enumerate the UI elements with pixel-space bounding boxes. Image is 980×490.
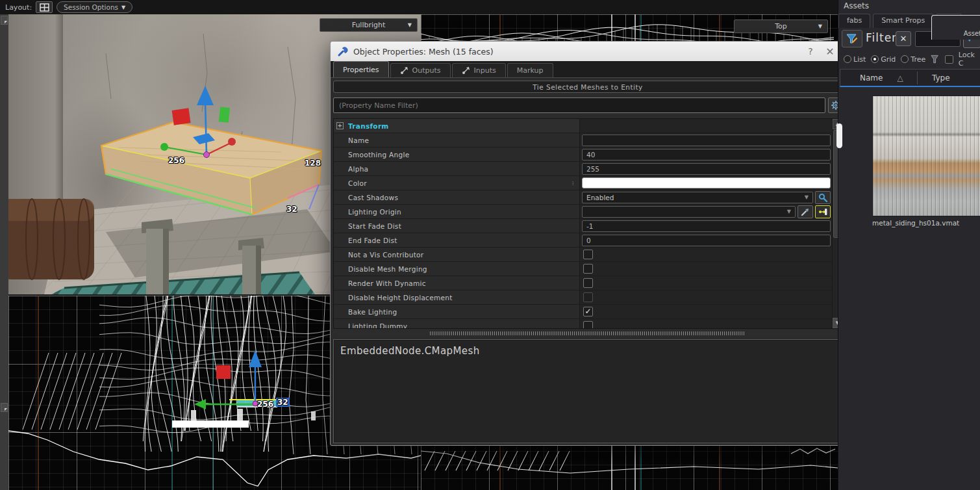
property-label: End Fade Dist — [334, 233, 580, 247]
section-label: +Transform — [334, 119, 580, 133]
property-value — [580, 290, 833, 304]
property-row-start-fade-dist: Start Fade Dist-1 — [334, 219, 833, 233]
radio-list[interactable] — [844, 55, 851, 63]
session-options-button[interactable]: Session Options ▼ — [57, 1, 132, 13]
value-field[interactable]: 255 — [582, 163, 831, 175]
tab-markup[interactable]: Markup — [507, 63, 553, 77]
radio-grid[interactable] — [871, 55, 879, 63]
filter-funnel-icon[interactable] — [842, 30, 862, 47]
property-row-disable-height-displacement: Disable Height Displacement — [334, 290, 833, 305]
assets-tab-smart-props[interactable]: Smart Props — [873, 14, 933, 28]
property-grid: +TransformNameSmoothing Angle40Alpha255C… — [333, 118, 842, 329]
tab-outputs[interactable]: Outputs — [390, 63, 451, 77]
property-label: Smoothing Angle — [334, 148, 580, 161]
assets-view-modes: ListGridTree Lock C — [838, 52, 980, 66]
property-label: Render With Dynamic — [334, 276, 580, 290]
dimension-label-height: 32 — [286, 205, 297, 214]
close-icon[interactable]: ✕ — [823, 45, 837, 58]
checkbox[interactable] — [583, 250, 593, 259]
class-info-box[interactable]: EmbeddedNode.CMapMesh — [333, 339, 842, 443]
assets-scrollbar-thumb[interactable] — [836, 123, 842, 148]
object-properties-dialog: Object Properties: Mesh (15 faces) ? ✕ P… — [330, 41, 844, 446]
eyedropper-icon — [800, 207, 810, 217]
property-label: Lighting Origin — [334, 205, 580, 218]
tab-properties[interactable]: Properties — [333, 61, 389, 77]
view-mode-list[interactable]: List — [844, 55, 866, 64]
filter-clear-icon[interactable]: ✕ — [896, 31, 911, 46]
value-field[interactable]: 0 — [582, 235, 831, 246]
asset-name-label: metal_siding_hs01a.vmat — [872, 219, 959, 227]
class-name: EmbeddedNode.CMapMesh — [340, 345, 480, 357]
property-label: Start Fade Dist — [334, 219, 580, 233]
view-mode-tree[interactable]: Tree — [901, 55, 925, 64]
property-row-render-with-dynamic: Render With Dynamic — [334, 276, 833, 290]
layout-grid-icon[interactable] — [36, 1, 53, 13]
dialog-tabbar: PropertiesOutputsInputsMarkup — [331, 61, 844, 78]
search-button[interactable] — [815, 191, 831, 204]
value-dropdown[interactable]: Enabled▼ — [582, 192, 813, 203]
property-value: ✓ — [580, 305, 833, 318]
checkbox[interactable] — [583, 321, 593, 329]
property-label: Name — [334, 133, 580, 147]
property-grid-hscrollbar[interactable] — [333, 330, 842, 337]
value-field[interactable] — [582, 135, 831, 146]
collapse-panel-button-top[interactable] — [1, 16, 8, 25]
mini-funnel-icon[interactable] — [931, 55, 938, 64]
value-field[interactable]: 40 — [582, 149, 831, 161]
view-mode-grid[interactable]: Grid — [871, 55, 896, 64]
property-filter-input[interactable] — [333, 97, 825, 113]
help-icon[interactable]: ? — [803, 46, 818, 57]
property-label: Cast Shadows — [334, 190, 580, 204]
wrench-icon — [337, 46, 348, 57]
property-value — [580, 276, 833, 290]
radio-tree[interactable] — [901, 55, 909, 63]
property-row-smoothing-angle: Smoothing Angle40 — [334, 148, 833, 162]
property-label: Disable Height Displacement — [334, 290, 580, 304]
view-mode-dropdown[interactable]: Top ▼ — [734, 19, 828, 33]
assets-tab-fabs[interactable]: fabs — [838, 14, 870, 28]
assets-floating-tab[interactable]: Asset — [931, 15, 980, 40]
color-swatch[interactable] — [582, 177, 831, 188]
chevron-down-icon: ▼ — [805, 194, 809, 200]
value-dropdown[interactable]: ▼ — [582, 206, 796, 218]
property-value — [580, 248, 833, 261]
assets-column-header[interactable]: Name △ Type — [840, 69, 980, 87]
checkbox[interactable] — [583, 292, 593, 302]
property-label: Bake Lighting — [334, 305, 580, 318]
value-field[interactable]: -1 — [582, 220, 831, 232]
expand-icon[interactable]: + — [336, 122, 344, 129]
shading-mode-dropdown[interactable]: Fullbright ▼ — [320, 18, 418, 32]
property-row-lighting-dummy: Lighting Dummy — [334, 319, 833, 329]
drag-grip-icon[interactable]: ⁞ — [572, 180, 574, 187]
tie-to-entity-button[interactable]: Tie Selected Meshes to Entity — [333, 81, 842, 93]
property-label: Disable Mesh Merging — [334, 262, 580, 276]
property-value: 40 — [580, 148, 833, 161]
chevron-down-icon: ▼ — [408, 22, 412, 28]
property-row-cast-shadows: Cast ShadowsEnabled▼ — [334, 190, 833, 205]
property-row-not-a-vis-contributor: Not a Vis Contributor — [334, 248, 833, 262]
property-value — [580, 133, 833, 147]
column-type: Type — [918, 73, 950, 83]
property-row-lighting-origin: Lighting Origin▼ — [334, 205, 833, 219]
column-name: Name — [860, 73, 883, 83]
assets-panel-title: Assets — [838, 0, 980, 12]
tab-inputs[interactable]: Inputs — [452, 63, 506, 77]
dimension-label-height: 32 — [276, 398, 290, 407]
layout-label: Layout: — [5, 3, 32, 12]
property-section-transform[interactable]: +Transform — [334, 119, 833, 133]
checkbox[interactable]: ✓ — [583, 307, 593, 316]
dialog-title: Object Properties: Mesh (15 faces) — [353, 47, 494, 57]
checkbox[interactable] — [583, 278, 593, 288]
checkbox[interactable] — [583, 264, 593, 274]
entity-pick-icon — [818, 207, 828, 217]
hscrollbar-thumb[interactable] — [430, 331, 746, 335]
top-toolbar: Layout: Session Options ▼ — [0, 0, 838, 14]
dialog-titlebar[interactable]: Object Properties: Mesh (15 faces) ? ✕ — [331, 42, 844, 61]
eyedropper-button[interactable] — [798, 205, 813, 218]
collapse-panel-button-bottom[interactable] — [1, 403, 8, 412]
entity-pick-button[interactable] — [815, 205, 831, 218]
sort-ascending-icon[interactable]: △ — [897, 73, 903, 83]
asset-thumbnail-metal-siding[interactable] — [872, 96, 980, 216]
lock-checkbox[interactable] — [945, 55, 953, 64]
property-value: ▼ — [580, 205, 833, 218]
